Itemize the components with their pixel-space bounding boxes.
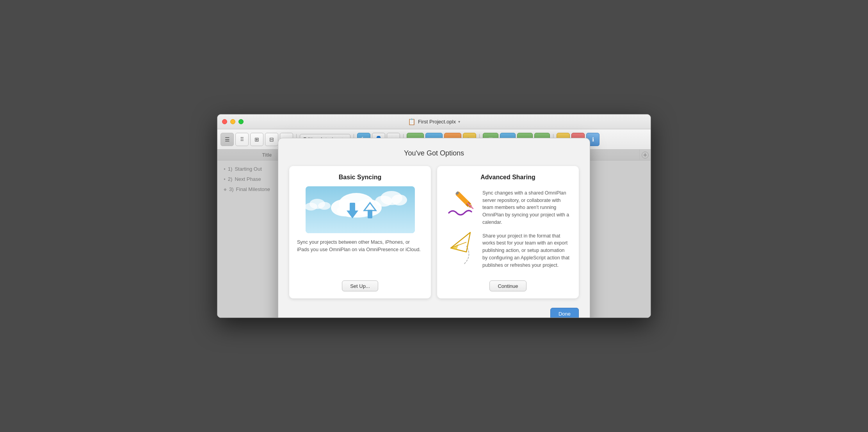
resource-view-icon: ⊟ bbox=[269, 136, 274, 143]
svg-rect-12 bbox=[350, 203, 355, 211]
advanced-sharing-content: Sync changes with a shared OmniPlan serv… bbox=[445, 186, 571, 272]
dialog-title: You've Got Options bbox=[289, 149, 579, 157]
main-area: Title ● 1) Starting Out ● 2) Next Phase … bbox=[217, 150, 651, 318]
people-view-icon: ⠿ bbox=[240, 136, 244, 143]
list-view-button[interactable]: ☰ bbox=[221, 133, 234, 146]
collaboration-row: Sync changes with a shared OmniPlan serv… bbox=[445, 186, 571, 229]
svg-line-24 bbox=[451, 242, 466, 248]
pencil-icon-area bbox=[445, 189, 476, 221]
maximize-button[interactable] bbox=[238, 119, 244, 124]
document-icon: 📋 bbox=[408, 118, 416, 125]
continue-button[interactable]: Continue bbox=[489, 280, 526, 291]
window-title-area: 📋 First Project.oplx ▾ bbox=[408, 118, 460, 125]
pencil-description: Sync changes with a shared OmniPlan serv… bbox=[482, 189, 571, 226]
minimize-button[interactable] bbox=[230, 119, 235, 124]
advanced-sharing-card: Advanced Sharing bbox=[437, 166, 579, 299]
paper-plane-svg bbox=[445, 228, 476, 268]
svg-rect-15 bbox=[368, 210, 372, 218]
titlebar: 📋 First Project.oplx ▾ bbox=[217, 114, 651, 129]
traffic-lights bbox=[222, 119, 244, 124]
paper-plane-icon-area bbox=[445, 232, 476, 264]
basic-syncing-illustration bbox=[306, 186, 415, 233]
list-view-icon: ☰ bbox=[225, 136, 230, 143]
done-button[interactable]: Done bbox=[550, 308, 579, 318]
svg-point-3 bbox=[391, 195, 407, 205]
basic-syncing-card: Basic Syncing bbox=[289, 166, 431, 299]
main-window: 📋 First Project.oplx ▾ ☰ ⠿ ⊞ ⊟ ◫ Editing… bbox=[217, 114, 651, 318]
window-title: First Project.oplx bbox=[418, 119, 456, 125]
cloud-sync-svg bbox=[306, 186, 415, 233]
close-button[interactable] bbox=[222, 119, 227, 124]
advanced-sharing-title: Advanced Sharing bbox=[480, 174, 535, 181]
dialog-footer: Done bbox=[289, 306, 579, 318]
basic-syncing-title: Basic Syncing bbox=[339, 174, 381, 181]
paper-plane-description: Share your project in the format that wo… bbox=[482, 232, 571, 269]
people-view-button[interactable]: ⠿ bbox=[235, 133, 249, 146]
svg-point-6 bbox=[318, 202, 331, 210]
publishing-row: Share your project in the format that wo… bbox=[445, 229, 571, 272]
title-chevron-icon[interactable]: ▾ bbox=[458, 120, 460, 124]
basic-syncing-description: Sync your projects between other Macs, i… bbox=[297, 239, 423, 272]
dialog: You've Got Options Basic Syncing bbox=[278, 138, 590, 318]
modal-overlay: You've Got Options Basic Syncing bbox=[217, 150, 651, 318]
table-view-icon: ⊞ bbox=[254, 136, 259, 143]
table-view-button[interactable]: ⊞ bbox=[250, 133, 263, 146]
pencil-collaboration-svg bbox=[445, 187, 476, 223]
resource-view-button[interactable]: ⊟ bbox=[265, 133, 278, 146]
dialog-cards: Basic Syncing bbox=[289, 166, 579, 299]
setup-button[interactable]: Set Up... bbox=[342, 280, 378, 291]
